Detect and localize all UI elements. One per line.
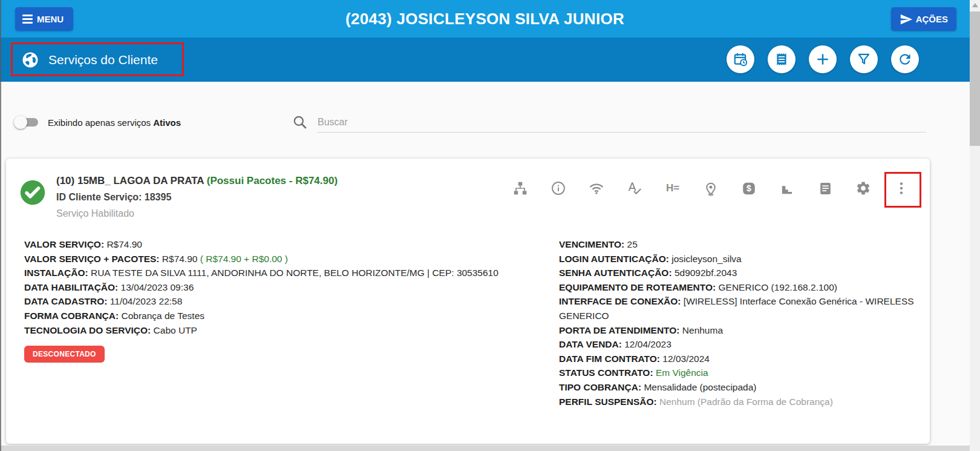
detail-row: INSTALAÇÃO: RUA TESTE DA SILVA 1111, AND…	[24, 266, 552, 280]
service-status: Serviço Habilitado	[56, 205, 338, 222]
refresh-button[interactable]	[891, 45, 919, 73]
service-title: (10) 15MB_ LAGOA DA PRATA (Possui Pacote…	[56, 173, 338, 189]
detail-row: DATA VENDA: 12/04/2023	[559, 337, 917, 352]
settings-icon[interactable]	[855, 180, 871, 196]
hamburger-icon	[22, 15, 33, 24]
active-services-toggle[interactable]	[14, 115, 41, 130]
scrollbar-thumb[interactable]	[970, 12, 980, 146]
detail-row: DATA FIM CONTRATO: 12/03/2024	[559, 352, 917, 366]
add-button[interactable]	[809, 45, 837, 73]
page-title: (2043) JOSICLEYSON SILVA JUNIOR	[0, 0, 970, 38]
actions-button-label: AÇÕES	[916, 14, 948, 24]
receipt-icon	[774, 51, 789, 67]
service-packages-highlight: (Possui Pacotes - R$74.90)	[207, 175, 338, 186]
calendar-clock-icon	[733, 51, 748, 67]
detail-row: INTERFACE DE CONEXÃO: [WIRELESS] Interfa…	[559, 294, 917, 323]
document-icon[interactable]	[817, 180, 833, 196]
actions-button[interactable]: AÇÕES	[891, 7, 956, 31]
detail-row: PERFIL SUSPENSÃO: Nenhum (Padrão da Form…	[559, 395, 917, 409]
window-bottom-edge	[0, 446, 970, 451]
h-equals-icon[interactable]: H=	[665, 180, 681, 196]
details-right-column: VENCIMENTO: 25 LOGIN AUTENTICAÇÃO: josic…	[559, 237, 917, 409]
scrollbar[interactable]	[970, 0, 980, 451]
connection-status-badge: DESCONECTADO	[24, 346, 105, 363]
filter-icon	[856, 51, 872, 67]
spellcheck-icon[interactable]	[627, 180, 642, 196]
detail-row: DATA CADASTRO: 11/04/2023 22:58	[24, 294, 552, 309]
calendar-clock-button[interactable]	[727, 45, 754, 73]
search-area	[292, 110, 926, 134]
service-actions: H= $	[512, 180, 909, 196]
menu-button[interactable]: MENU	[15, 7, 73, 31]
refresh-icon	[897, 51, 913, 67]
detail-row: TIPO COBRANÇA: Mensalidade (postecipada)	[559, 380, 917, 395]
globe-icon	[21, 51, 39, 69]
section-title: Serviços do Cliente	[48, 53, 158, 67]
add-icon	[814, 51, 831, 68]
filter-row: Exibindo apenas serviços Ativos	[14, 112, 181, 133]
detail-row: EQUIPAMENTO DE ROTEAMENTO: GENERICO (192…	[559, 280, 917, 295]
service-card-header: (10) 15MB_ LAGOA DA PRATA (Possui Pacote…	[56, 173, 338, 222]
info-icon[interactable]	[550, 180, 566, 196]
detail-row: FORMA COBRANÇA: Cobrança de Testes	[24, 309, 552, 323]
menu-button-label: MENU	[37, 14, 64, 24]
section-bar: Serviços do Cliente	[0, 38, 970, 82]
search-icon	[292, 114, 308, 130]
place-icon[interactable]	[703, 180, 719, 196]
detail-row: VALOR SERVIÇO: R$74.90	[24, 237, 552, 252]
detail-row: VALOR SERVIÇO + PACOTES: R$74.90 ( R$74.…	[24, 252, 552, 266]
detail-row: TECNOLOGIA DO SERVIÇO: Cabo UTP	[24, 323, 552, 338]
detail-row: DATA HABILITAÇÃO: 13/04/2023 09:36	[24, 280, 552, 295]
detail-row: STATUS CONTRATO: Em Vigência	[559, 366, 917, 380]
service-id: ID Cliente Serviço: 18395	[56, 189, 338, 205]
window-left-edge	[0, 0, 1, 451]
service-card: (10) 15MB_ LAGOA DA PRATA (Possui Pacote…	[6, 159, 930, 444]
section-title-group: Serviços do Cliente	[21, 38, 158, 82]
toggle-label: Exibindo apenas serviços Ativos	[48, 117, 181, 128]
lan-icon[interactable]	[512, 180, 528, 196]
search-input[interactable]	[318, 112, 926, 133]
chart-steps-icon[interactable]	[779, 180, 795, 196]
check-circle-icon	[19, 179, 46, 206]
filter-button[interactable]	[850, 45, 878, 73]
detail-row: VENCIMENTO: 25	[559, 237, 917, 252]
app-screen: (2043) JOSICLEYSON SILVA JUNIOR MENU AÇÕ…	[0, 0, 980, 451]
money-icon[interactable]: $	[741, 180, 757, 196]
receipt-button[interactable]	[768, 45, 795, 73]
scrollbar-up-arrow[interactable]	[972, 3, 978, 7]
detail-row: PORTA DE ATENDIMENTO: Nenhuma	[559, 323, 917, 338]
detail-row: SENHA AUTENTICAÇÃO: 5d9092bf.2043	[559, 266, 917, 280]
top-bar: (2043) JOSICLEYSON SILVA JUNIOR MENU AÇÕ…	[0, 0, 970, 38]
details-left-column: VALOR SERVIÇO: R$74.90 VALOR SERVIÇO + P…	[24, 237, 552, 363]
send-icon	[900, 13, 913, 26]
toggle-knob	[14, 116, 27, 129]
more-vert-icon[interactable]	[893, 180, 909, 196]
detail-row: LOGIN AUTENTICAÇÃO: josicleyson_silva	[559, 252, 917, 266]
wifi-icon[interactable]	[589, 180, 604, 196]
toolbar	[727, 45, 919, 73]
svg-text:$: $	[746, 183, 751, 193]
